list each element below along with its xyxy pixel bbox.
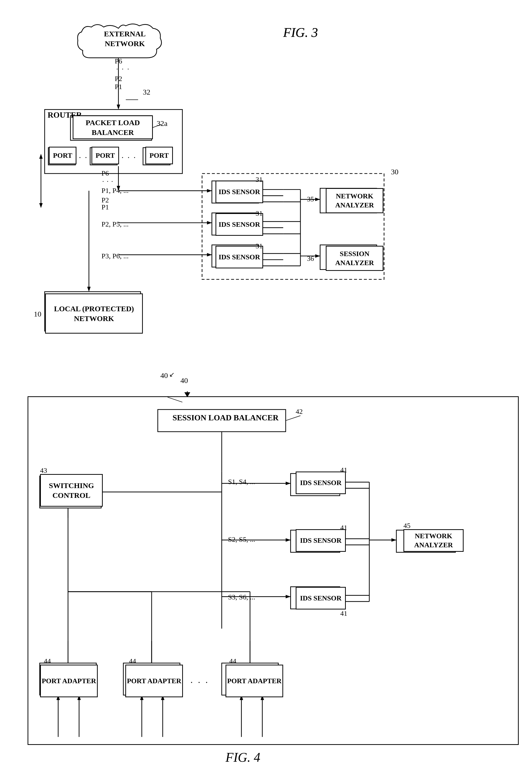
- p2-label-top: P2: [115, 75, 122, 83]
- ref-30: 30: [391, 167, 398, 176]
- fig4-diagram: 40: [20, 391, 512, 771]
- ref-31-2: 31: [256, 210, 263, 218]
- svg-marker-1: [117, 104, 120, 110]
- ref-32a: 32a: [157, 119, 167, 128]
- svg-marker-44: [315, 254, 320, 258]
- svg-marker-21: [87, 287, 91, 292]
- svg-marker-14: [207, 189, 212, 192]
- ref-41-1: 41: [340, 466, 347, 474]
- p1p4-label: P1, P4, ...: [101, 186, 129, 195]
- s3s6-label: S3, S6, ...: [228, 593, 255, 601]
- packets-dots: · · ·: [116, 65, 130, 73]
- ids-sensor-fig4-1: IDS SENSOR: [296, 471, 346, 494]
- network-analyzer-fig4: NETWORK ANALYZER: [403, 529, 464, 552]
- ids-sensor-1: IDS SENSOR: [216, 180, 263, 203]
- ref-35: 35: [307, 195, 314, 203]
- p1-label-top: P1: [115, 83, 122, 91]
- session-analyzer-fig3: SESSION ANALYZER: [326, 246, 383, 271]
- port-box-3: PORT: [145, 147, 173, 164]
- ref-40-label: 40: [160, 371, 168, 380]
- ref-44-2: 44: [129, 657, 136, 665]
- port-adapter-3: PORT ADAPTER: [226, 665, 283, 697]
- p6-side-label: P6: [101, 169, 109, 177]
- port-dots: · · ·: [190, 677, 209, 688]
- ref-32: 32: [143, 88, 150, 96]
- svg-marker-8: [39, 154, 43, 159]
- ref-41-2: 41: [340, 524, 347, 532]
- ref-31-3: 31: [256, 242, 263, 250]
- svg-marker-19: [207, 253, 212, 257]
- ref-40-arrow-line: ↙: [169, 371, 175, 378]
- switching-control: SWITCHING CONTROL: [40, 474, 103, 507]
- fig3-diagram: FIG. 3: [20, 15, 512, 381]
- port-adapter-2: PORT ADAPTER: [125, 665, 183, 697]
- svg-marker-17: [207, 221, 212, 225]
- ref-31-1: 31: [256, 175, 263, 183]
- external-network-label: EXTERNAL NETWORK: [87, 29, 162, 48]
- fig3-title: FIG. 3: [283, 25, 318, 40]
- ref-10: 10: [34, 310, 41, 318]
- p-dots-side: · · ·: [102, 177, 114, 185]
- ref-44-1: 44: [44, 657, 51, 665]
- svg-marker-9: [39, 203, 43, 208]
- s1s4-label: S1, S4, ...: [228, 478, 255, 486]
- ref-36: 36: [307, 255, 314, 263]
- p2p5-label: P2, P5, ...: [101, 220, 129, 228]
- session-load-balancer: SESSION LOAD BALANCER: [160, 406, 291, 429]
- ids-sensor-fig4-2: IDS SENSOR: [296, 529, 346, 552]
- p6-label: P6: [115, 57, 122, 65]
- port-box-2: PORT: [91, 147, 119, 164]
- svg-marker-42: [315, 198, 320, 201]
- packet-load-balancer: PACKET LOAD BALANCER: [73, 115, 153, 139]
- ref-43: 43: [40, 466, 47, 474]
- port-adapter-1: PORT ADAPTER: [40, 665, 98, 697]
- ids-sensor-fig4-3: IDS SENSOR: [296, 587, 346, 610]
- p3p6-label: P3, P6, ...: [101, 252, 129, 260]
- local-network: LOCAL (PROTECTED) NETWORK: [45, 294, 143, 334]
- ref-45: 45: [403, 522, 410, 530]
- network-analyzer-fig3: NETWORK ANALYZER: [326, 188, 383, 213]
- ref-44-3: 44: [229, 657, 236, 665]
- port-box-1: PORT: [49, 147, 76, 164]
- ref-41-3: 41: [340, 610, 347, 618]
- ref-40: 40: [180, 376, 188, 385]
- fig4-label: FIG. 4: [226, 750, 260, 765]
- ref-42: 42: [296, 408, 303, 416]
- p1-side-label: P1: [101, 203, 109, 211]
- s2s5-label: S2, S5, ...: [228, 535, 255, 543]
- dots-between-ports-2: · · ·: [122, 153, 137, 162]
